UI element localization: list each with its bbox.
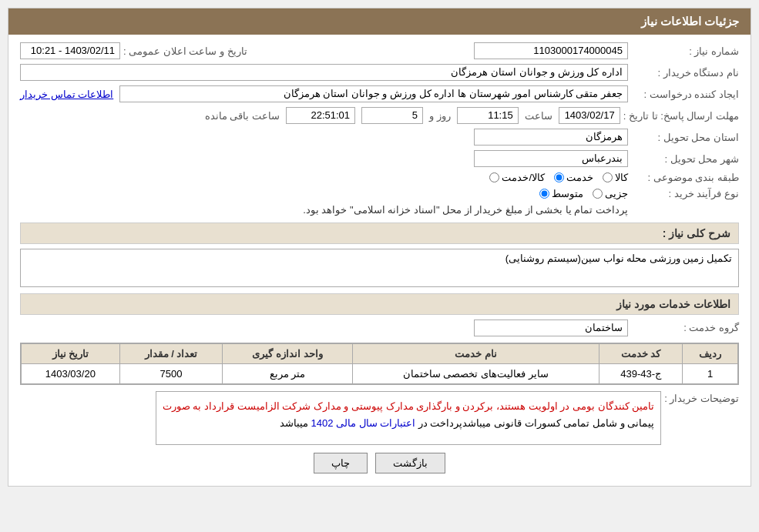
city-row: شهر محل تحویل : بندرعباس [20, 150, 739, 167]
creator-value: جعفر متقی کارشناس امور شهرستان ها اداره … [119, 85, 628, 102]
services-section-header: اطلاعات خدمات مورد نیاز [20, 293, 739, 315]
buyer-notes-line2-prefix: پیمانی و شامل تمامی کسورات قانونی میباشد… [415, 417, 654, 429]
col-date: تاریخ نیاز [22, 343, 120, 363]
need-desc-row: تکمیل زمین ورزشی محله نواب سین(سیستم روش… [20, 249, 739, 287]
purchase-type-desc: پرداخت تمام یا بخشی از مبلغ خریدار از مح… [20, 202, 628, 218]
buttons-row: بازگشت چاپ [20, 453, 739, 473]
card-header: جزئیات اطلاعات نیاز [8, 8, 751, 35]
cell-service-name: سایر فعالیت‌های تخصصی ساختمان [352, 363, 599, 383]
send-time-label: ساعت [525, 110, 552, 122]
province-row: استان محل تحویل : هرمزگان [20, 129, 739, 146]
need-desc-section-label: شرح کلی نیاز : [663, 227, 730, 239]
buyer-org-label: نام دستگاه خریدار : [631, 67, 739, 79]
cell-quantity: 7500 [119, 363, 223, 383]
table-header-row: ردیف کد خدمت نام خدمت واحد اندازه گیری ت… [22, 343, 738, 363]
send-remaining-label: ساعت باقی مانده [205, 110, 280, 122]
creator-label: ایجاد کننده درخواست : [631, 89, 739, 100]
col-quantity: تعداد / مقدار [119, 343, 223, 363]
pub-date-label: تاریخ و ساعت اعلان عمومی : [123, 45, 247, 57]
purchase-medium-radio[interactable] [539, 189, 549, 199]
send-time-value: 11:15 [457, 107, 519, 124]
category-row: طبقه بندی موضوعی : کالا خدمت کالا/خدمت [20, 172, 739, 183]
category-option-service: خدمت [554, 172, 593, 183]
services-section-label: اطلاعات خدمات مورد نیاز [616, 298, 730, 310]
creator-row: ایجاد کننده درخواست : جعفر متقی کارشناس … [20, 85, 739, 102]
city-label: شهر محل تحویل : [631, 153, 739, 165]
need-number-value: 1103000174000045 [474, 42, 628, 59]
city-value: بندرعباس [474, 150, 628, 167]
print-button[interactable]: چاپ [314, 453, 368, 473]
send-days-value: 5 [361, 107, 423, 124]
table-row: 1 ج-43-439 سایر فعالیت‌های تخصصی ساختمان… [22, 363, 738, 383]
purchase-type-row: نوع فرآیند خرید : جزیی متوسط پرداخت تمام… [20, 188, 739, 218]
cell-unit: متر مربع [223, 363, 352, 383]
send-date-label: مهلت ارسال پاسخ: تا تاریخ : [623, 110, 739, 122]
category-option-both: کالا/خدمت [489, 172, 545, 183]
buyer-notes-line2-suffix: میباشد [280, 417, 311, 429]
col-row-num: ردیف [683, 343, 738, 363]
purchase-medium-label: متوسط [552, 188, 583, 199]
province-value: هرمزگان [474, 129, 628, 146]
cell-date: 1403/03/20 [22, 363, 120, 383]
purchase-type-label: نوع فرآیند خرید : [631, 188, 739, 199]
send-date-value: 1403/02/17 [559, 107, 620, 124]
category-goods-radio[interactable] [603, 172, 613, 182]
purchase-partial-radio[interactable] [593, 189, 603, 199]
col-service-code: کد خدمت [599, 343, 683, 363]
purchase-medium-item: متوسط [539, 188, 583, 199]
purchase-partial-label: جزیی [605, 188, 628, 199]
need-number-row: شماره نیاز : 1103000174000045 تاریخ و سا… [20, 42, 739, 59]
pub-date-value: 1403/02/11 - 10:21 [20, 42, 120, 59]
page-wrapper: جزئیات اطلاعات نیاز شماره نیاز : 1103000… [0, 0, 759, 532]
category-radio-group: کالا خدمت کالا/خدمت [489, 172, 628, 183]
need-desc-section-header: شرح کلی نیاز : [20, 223, 739, 244]
back-button[interactable]: بازگشت [375, 453, 445, 473]
buyer-org-row: نام دستگاه خریدار : اداره کل ورزش و جوان… [20, 64, 739, 81]
category-both-radio[interactable] [489, 172, 499, 182]
category-option-goods: کالا [603, 172, 628, 183]
buyer-notes-blue: اعتبارات سال مالی 1402 [311, 417, 415, 429]
card-body: شماره نیاز : 1103000174000045 تاریخ و سا… [8, 35, 751, 486]
category-label: طبقه بندی موضوعی : [631, 172, 739, 183]
contact-link[interactable]: اطلاعات تماس خریدار [20, 89, 113, 100]
services-table: ردیف کد خدمت نام خدمت واحد اندازه گیری ت… [21, 343, 738, 384]
province-label: استان محل تحویل : [631, 132, 739, 143]
buyer-notes-content: تامین کنندگان بومی در اولویت هستند، برکر… [156, 391, 661, 445]
buyer-org-value: اداره کل ورزش و جوانان استان هرمزگان [20, 64, 628, 81]
need-number-label: شماره نیاز : [631, 45, 739, 57]
cell-row-num: 1 [683, 363, 738, 383]
buyer-notes-line1: تامین کنندگان بومی در اولویت هستند، برکر… [163, 400, 654, 412]
send-remaining-value: 22:51:01 [286, 107, 355, 124]
main-card: جزئیات اطلاعات نیاز شماره نیاز : 1103000… [8, 8, 751, 487]
service-group-label: گروه خدمت : [631, 322, 739, 333]
purchase-type-radio-group: جزیی متوسط [20, 188, 628, 199]
col-service-name: نام خدمت [352, 343, 599, 363]
purchase-partial-item: جزیی [593, 188, 628, 199]
send-days-label: روز و [429, 110, 451, 122]
buyer-notes-label: توضیحات خریدار : [664, 391, 739, 404]
page-title: جزئیات اطلاعات نیاز [641, 15, 739, 28]
services-table-container: ردیف کد خدمت نام خدمت واحد اندازه گیری ت… [20, 343, 739, 385]
cell-service-code: ج-43-439 [599, 363, 683, 383]
send-date-row: مهلت ارسال پاسخ: تا تاریخ : 1403/02/17 س… [20, 107, 739, 124]
category-goods-label: کالا [615, 172, 628, 183]
service-group-row: گروه خدمت : ساختمان [20, 320, 739, 336]
need-desc-value: تکمیل زمین ورزشی محله نواب سین(سیستم روش… [20, 249, 739, 287]
service-group-value: ساختمان [474, 320, 628, 336]
category-service-label: خدمت [566, 172, 593, 183]
col-unit: واحد اندازه گیری [223, 343, 352, 363]
need-desc-section-label-row: شرح کلی نیاز : [20, 223, 739, 244]
buyer-notes-row: توضیحات خریدار : تامین کنندگان بومی در ا… [20, 391, 739, 445]
category-both-label: کالا/خدمت [502, 172, 545, 183]
category-service-radio[interactable] [554, 172, 564, 182]
